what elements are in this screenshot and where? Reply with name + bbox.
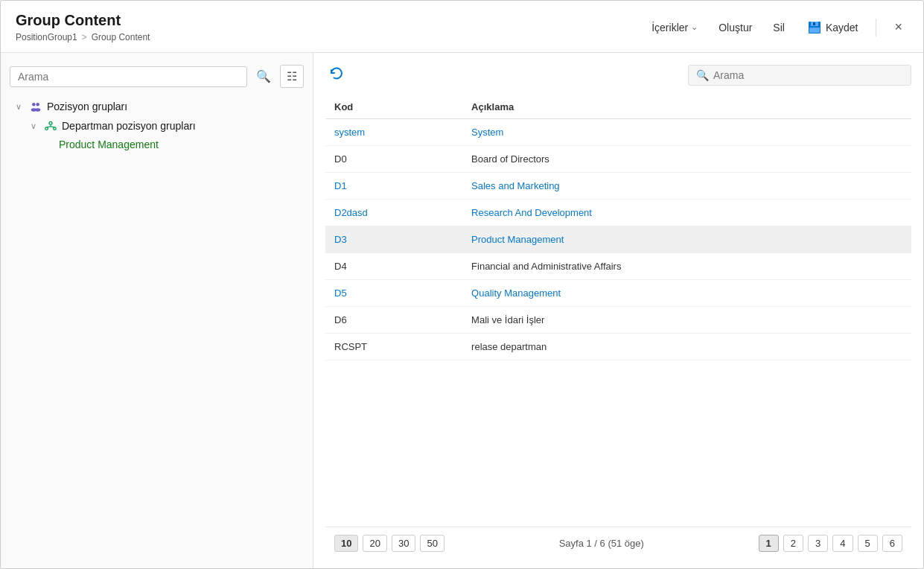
- sidebar-item-departman[interactable]: ∨ Departman pozisyon grupları: [28, 116, 304, 136]
- tree-toggle-root: ∨: [16, 102, 25, 112]
- chevron-down-icon: ⌄: [691, 22, 698, 32]
- sidebar-search-bar: 🔍 ☷: [10, 65, 304, 88]
- close-button[interactable]: ×: [888, 18, 908, 36]
- icerikler-button[interactable]: İçerikler ⌄: [647, 19, 702, 36]
- table-row[interactable]: systemSystem: [325, 119, 911, 146]
- main-content: 🔍 ☷ ∨ Pozisyon gr: [1, 53, 923, 568]
- layout-toggle-button[interactable]: ☷: [280, 65, 304, 88]
- table-row[interactable]: D4Financial and Administrative Affairs: [325, 253, 911, 280]
- svg-point-4: [32, 103, 36, 107]
- right-search-wrap: 🔍: [688, 65, 911, 86]
- table-row[interactable]: D6Mali ve İdari İşler: [325, 307, 911, 334]
- breadcrumb-sep: >: [82, 32, 87, 42]
- page-6[interactable]: 6: [882, 535, 902, 552]
- sidebar-label-pozisyon: Pozisyon grupları: [47, 101, 127, 112]
- pagination: 10 20 30 50 Sayfa 1 / 6 (51 öge) 1 2 3 4…: [325, 527, 911, 559]
- right-search-icon: 🔍: [696, 69, 709, 81]
- sidebar-search-wrap: [10, 66, 247, 87]
- kaydet-label: Kaydet: [826, 22, 858, 34]
- main-window: Group Content PositionGroup1 > Group Con…: [0, 0, 924, 569]
- pagination-info: Sayfa 1 / 6 (51 öge): [449, 538, 754, 549]
- svg-point-8: [49, 121, 52, 124]
- table-row[interactable]: D5Quality Management: [325, 280, 911, 307]
- cell-aciklama: Board of Directors: [462, 146, 911, 173]
- tree-children-dept: ∨ Product Management: [28, 136, 304, 153]
- right-panel: 🔍 Kod Açıklama systemSystemD0Board of Di…: [313, 53, 923, 568]
- svg-point-10: [54, 127, 57, 130]
- sidebar-search-input[interactable]: [18, 71, 239, 83]
- page-5[interactable]: 5: [858, 535, 878, 552]
- header: Group Content PositionGroup1 > Group Con…: [1, 1, 923, 53]
- cell-kod: D0: [325, 146, 462, 173]
- table-row[interactable]: D0Board of Directors: [325, 146, 911, 173]
- page-size-20[interactable]: 20: [363, 535, 386, 552]
- cell-kod: D2dasd: [325, 200, 462, 226]
- cell-aciklama: Research And Development: [462, 200, 911, 226]
- cell-kod: D1: [325, 173, 462, 200]
- col-header-aciklama: Açıklama: [462, 95, 911, 119]
- sidebar: 🔍 ☷ ∨ Pozisyon gr: [1, 53, 313, 568]
- olustur-label: Oluştur: [719, 22, 752, 34]
- cell-kod: system: [325, 119, 462, 146]
- table-header: Kod Açıklama: [325, 95, 911, 119]
- cell-aciklama: Sales and Marketing: [462, 173, 911, 200]
- svg-rect-2: [813, 22, 815, 25]
- cell-aciklama: relase departman: [462, 334, 911, 360]
- sidebar-label-product-management: Product Management: [59, 139, 159, 150]
- svg-point-5: [36, 103, 39, 107]
- svg-line-13: [51, 127, 54, 127]
- cell-aciklama: Mali ve İdari İşler: [462, 307, 911, 334]
- page-size-50[interactable]: 50: [420, 535, 444, 552]
- table-row[interactable]: D3Product Management: [325, 226, 911, 253]
- svg-point-9: [45, 127, 48, 130]
- table-row[interactable]: D1Sales and Marketing: [325, 173, 911, 200]
- people-group-icon: [29, 100, 42, 113]
- refresh-button[interactable]: [325, 62, 348, 88]
- col-header-kod: Kod: [325, 95, 462, 119]
- sidebar-label-departman: Departman pozisyon grupları: [62, 120, 196, 132]
- header-left: Group Content PositionGroup1 > Group Con…: [16, 12, 647, 42]
- page-size-30[interactable]: 30: [392, 535, 415, 552]
- right-toolbar: 🔍: [325, 62, 911, 88]
- layout-icon: ☷: [287, 70, 297, 83]
- svg-point-7: [35, 108, 40, 112]
- svg-line-12: [47, 127, 51, 127]
- right-search-input[interactable]: [713, 69, 903, 81]
- data-table-container: Kod Açıklama systemSystemD0Board of Dire…: [325, 95, 911, 524]
- svg-rect-3: [809, 28, 820, 33]
- page-size-10[interactable]: 10: [334, 535, 358, 552]
- cell-aciklama: System: [462, 119, 911, 146]
- breadcrumb-current: Group Content: [92, 32, 150, 42]
- table-header-row: Kod Açıklama: [325, 95, 911, 119]
- cell-kod: D3: [325, 226, 462, 253]
- page-3[interactable]: 3: [808, 535, 828, 552]
- header-divider: [876, 19, 876, 36]
- breadcrumb-parent: PositionGroup1: [16, 32, 77, 42]
- data-table: Kod Açıklama systemSystemD0Board of Dire…: [325, 95, 911, 360]
- cell-aciklama: Product Management: [462, 226, 911, 253]
- table-row[interactable]: RCSPTrelase departman: [325, 334, 911, 360]
- sidebar-item-product-management[interactable]: ∨ Product Management: [42, 136, 304, 153]
- breadcrumb: PositionGroup1 > Group Content: [16, 32, 647, 42]
- header-actions: İçerikler ⌄ Oluştur Sil Kaydet ×: [647, 17, 908, 38]
- table-row[interactable]: D2dasdResearch And Development: [325, 200, 911, 226]
- cell-kod: D5: [325, 280, 462, 307]
- icerikler-label: İçerikler: [651, 22, 688, 34]
- cell-aciklama: Financial and Administrative Affairs: [462, 253, 911, 280]
- tree-children-root: ∨ Departman pozisyon grupları: [13, 116, 304, 153]
- sil-button[interactable]: Sil: [768, 19, 789, 36]
- sidebar-item-pozisyon-gruplari[interactable]: ∨ Pozisyon grupları: [13, 97, 304, 116]
- sidebar-search-button[interactable]: 🔍: [253, 66, 274, 86]
- kaydet-button[interactable]: Kaydet: [801, 17, 864, 38]
- cell-kod: D4: [325, 253, 462, 280]
- cell-kod: D6: [325, 307, 462, 334]
- page-4[interactable]: 4: [832, 535, 853, 552]
- cell-kod: RCSPT: [325, 334, 462, 360]
- sil-label: Sil: [773, 22, 785, 34]
- refresh-icon: [328, 65, 345, 85]
- page-title: Group Content: [16, 12, 647, 29]
- olustur-button[interactable]: Oluştur: [714, 19, 756, 36]
- page-1[interactable]: 1: [759, 535, 779, 552]
- table-body: systemSystemD0Board of DirectorsD1Sales …: [325, 119, 911, 360]
- page-2[interactable]: 2: [783, 535, 803, 552]
